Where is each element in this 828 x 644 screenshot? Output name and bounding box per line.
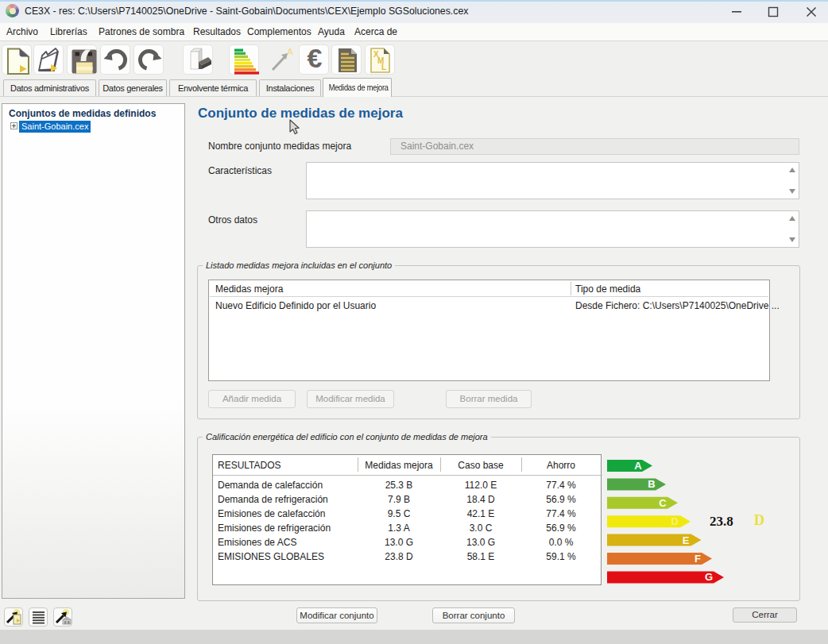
svg-text:D: D <box>671 515 678 527</box>
svg-text:B: B <box>648 478 655 490</box>
svg-text:A: A <box>634 460 642 472</box>
svg-text:F: F <box>695 553 701 565</box>
svg-text:L: L <box>381 63 386 71</box>
svg-text:E: E <box>683 534 690 546</box>
svg-text:A: A <box>287 47 293 56</box>
svg-text:G: G <box>705 571 713 583</box>
svg-text:C: C <box>659 497 667 509</box>
